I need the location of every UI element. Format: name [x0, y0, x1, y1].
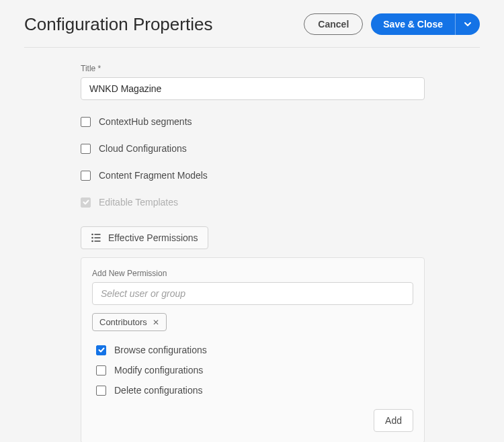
cloudconfig-option[interactable]: Cloud Configurations — [81, 143, 425, 154]
check-icon — [83, 199, 89, 206]
page-title: Configuration Properties — [24, 14, 212, 35]
svg-rect-3 — [95, 237, 101, 238]
svg-point-4 — [91, 240, 93, 242]
save-button-group: Save & Close — [371, 13, 480, 35]
chevron-down-icon — [464, 20, 472, 28]
editabletemplates-label: Editable Templates — [99, 197, 178, 208]
check-icon — [98, 347, 105, 353]
permissions-panel: Add New Permission Contributors ✕ Browse… — [81, 257, 425, 442]
svg-rect-5 — [95, 240, 101, 242]
delete-option[interactable]: Delete configurations — [96, 385, 413, 396]
contexthub-option[interactable]: ContextHub segments — [81, 116, 425, 127]
contributors-chip[interactable]: Contributors ✕ — [92, 313, 167, 331]
delete-checkbox[interactable] — [96, 386, 106, 396]
chip-label: Contributors — [99, 317, 147, 327]
editabletemplates-checkbox — [81, 197, 91, 208]
svg-rect-1 — [95, 234, 101, 235]
delete-label: Delete configurations — [114, 385, 203, 396]
contentfragment-checkbox[interactable] — [81, 171, 91, 181]
contexthub-checkbox[interactable] — [81, 117, 91, 127]
header-actions: Cancel Save & Close — [304, 13, 480, 35]
contentfragment-option[interactable]: Content Fragment Models — [81, 170, 425, 181]
page-header: Configuration Properties Cancel Save & C… — [24, 13, 480, 48]
browse-option[interactable]: Browse configurations — [96, 345, 413, 355]
effective-permissions-button[interactable]: Effective Permissions — [81, 226, 208, 249]
form-area: Title * ContextHub segments Cloud Config… — [81, 64, 425, 442]
user-group-input[interactable] — [92, 282, 413, 305]
modify-checkbox[interactable] — [96, 365, 106, 375]
save-close-button[interactable]: Save & Close — [371, 13, 455, 35]
cloudconfig-label: Cloud Configurations — [99, 143, 187, 154]
effective-permissions-label: Effective Permissions — [108, 232, 198, 243]
svg-point-0 — [91, 234, 93, 236]
modify-option[interactable]: Modify configurations — [96, 365, 413, 375]
svg-point-2 — [91, 237, 93, 239]
save-dropdown-button[interactable] — [455, 13, 480, 35]
add-button[interactable]: Add — [374, 409, 413, 432]
title-input[interactable] — [81, 77, 425, 100]
add-button-row: Add — [92, 409, 413, 432]
title-label: Title * — [81, 64, 425, 73]
editabletemplates-option: Editable Templates — [81, 197, 425, 208]
add-permission-label: Add New Permission — [92, 269, 413, 278]
browse-checkbox[interactable] — [96, 345, 106, 355]
cancel-button[interactable]: Cancel — [304, 13, 363, 35]
contentfragment-label: Content Fragment Models — [99, 170, 208, 181]
chip-remove-icon[interactable]: ✕ — [153, 318, 159, 327]
list-icon — [91, 232, 101, 243]
browse-label: Browse configurations — [114, 345, 207, 355]
cloudconfig-checkbox[interactable] — [81, 144, 91, 154]
modify-label: Modify configurations — [114, 365, 203, 375]
contexthub-label: ContextHub segments — [99, 116, 192, 127]
